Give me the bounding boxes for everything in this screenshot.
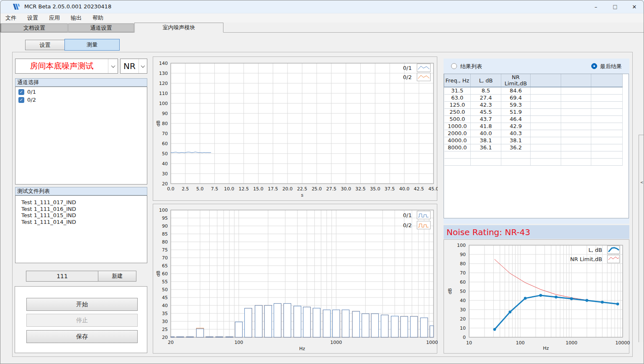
table-row: 250.045.551.9 (444, 108, 623, 115)
legend-entry: 0/2 (403, 73, 431, 81)
svg-text:40: 40 (460, 298, 466, 303)
table-cell: 500.0 (444, 115, 471, 123)
svg-text:20: 20 (162, 181, 168, 187)
line-series-icon (417, 73, 431, 81)
table-row: 125.042.359.3 (444, 101, 623, 108)
svg-text:30.0: 30.0 (341, 186, 351, 192)
svg-text:90: 90 (162, 111, 168, 116)
file-name-input[interactable]: 111 (26, 271, 98, 282)
svg-text:120: 120 (159, 81, 168, 86)
menubar: 文件 设置 应用 输出 帮助 (0, 13, 644, 23)
test-type-combobox[interactable]: 房间本底噪声测试 (15, 59, 118, 74)
svg-text:15.0: 15.0 (253, 186, 264, 192)
table-row: 500.043.746.4 (444, 115, 623, 123)
rating-standard-value: NR (121, 59, 139, 73)
svg-text:40: 40 (162, 161, 168, 167)
legend-entry: 0/1 (403, 64, 431, 72)
noise-rating-banner: Noise Rating: NR-43 (444, 225, 629, 239)
stop-button[interactable]: 停止 (26, 314, 138, 327)
table-cell (531, 115, 561, 123)
close-button[interactable]: ✕ (625, 0, 644, 13)
test-file-item[interactable]: Test 1_111_014_IND (15, 219, 147, 226)
chevron-down-icon[interactable] (139, 59, 147, 73)
rating-standard-combobox[interactable]: NR (120, 59, 147, 74)
svg-text:70: 70 (162, 255, 168, 261)
test-file-item[interactable]: Test 1_111_015_IND (15, 212, 147, 219)
svg-text:25.0: 25.0 (312, 186, 322, 192)
svg-text:30: 30 (162, 319, 168, 324)
subtab-measure[interactable]: 测量 (64, 39, 120, 51)
minimize-button[interactable]: – (586, 0, 606, 13)
last-result-radio-label[interactable]: 最后结果 (600, 63, 622, 70)
chevron-down-icon[interactable] (108, 59, 118, 73)
subtab-settings[interactable]: 设置 (25, 40, 65, 50)
maximize-button[interactable]: □ (606, 0, 625, 13)
svg-text:80: 80 (162, 239, 168, 245)
last-result-radio[interactable] (591, 63, 597, 69)
table-cell: 84.6 (501, 87, 531, 94)
table-cell: 27.4 (471, 94, 501, 101)
channel-row[interactable]: ✓0/1 (18, 89, 147, 95)
new-button[interactable]: 新建 (98, 271, 136, 282)
channel-row[interactable]: ✓0/2 (18, 97, 147, 103)
bar-series-icon (417, 221, 431, 229)
menu-help[interactable]: 帮助 (87, 13, 109, 23)
menu-output[interactable]: 输出 (65, 13, 87, 23)
table-cell (531, 101, 561, 108)
svg-text:30: 30 (162, 171, 168, 177)
table-cell (591, 87, 623, 94)
save-button[interactable]: 保存 (26, 330, 138, 343)
tab-strip-divider (0, 32, 644, 33)
titlebar: MCR Beta 2.05.0.001 20230418 – □ ✕ (0, 0, 644, 13)
legend-label: L, dB (588, 247, 602, 253)
channel-checkbox[interactable]: ✓ (18, 89, 24, 95)
svg-text:55: 55 (162, 279, 168, 285)
svg-text:140: 140 (159, 61, 168, 66)
svg-text:60: 60 (460, 279, 466, 285)
svg-text:27.5: 27.5 (326, 186, 337, 192)
table-cell: 45.5 (471, 108, 501, 115)
menu-settings[interactable]: 设置 (22, 13, 44, 23)
spectrum-chart: 2010010001000020253035404550556065707580… (153, 204, 438, 354)
result-list-radio[interactable] (451, 63, 457, 69)
test-file-item[interactable]: Test 1_111_016_IND (15, 206, 147, 213)
tab-document-settings[interactable]: 文档设置 (1, 23, 68, 32)
tab-indoor-noise-module[interactable]: 室内噪声模块 (134, 23, 223, 33)
table-cell: 8.5 (471, 87, 501, 94)
start-button[interactable]: 开始 (26, 298, 138, 311)
tab-channel-settings[interactable]: 通道设置 (68, 23, 134, 32)
svg-text:80: 80 (162, 121, 168, 126)
svg-text:dB: dB (156, 271, 161, 277)
table-cell: 31.5 (444, 87, 471, 94)
window-title: MCR Beta 2.05.0.001 20230418 (24, 3, 111, 10)
svg-text:17.5: 17.5 (268, 186, 278, 192)
svg-text:20: 20 (168, 340, 174, 345)
table-cell (531, 158, 561, 165)
svg-text:30: 30 (460, 307, 466, 313)
channel-checkbox[interactable]: ✓ (18, 97, 24, 103)
result-list-radio-label[interactable]: 结果列表 (460, 63, 482, 70)
collapse-arrow-icon[interactable]: < (640, 180, 644, 185)
svg-text:22.5: 22.5 (297, 186, 308, 192)
table-cell (444, 151, 471, 158)
channel-label: 0/2 (27, 97, 36, 103)
table-cell (531, 151, 561, 158)
svg-text:12.5: 12.5 (239, 186, 249, 192)
collapse-panel-strip[interactable]: < (639, 135, 644, 342)
thin-line-series-icon (607, 255, 620, 263)
table-row: 2000.040.040.3 (444, 130, 623, 137)
svg-text:100: 100 (159, 101, 168, 106)
table-cell: 250.0 (444, 108, 471, 115)
svg-text:0: 0 (463, 335, 466, 340)
table-cell (591, 115, 623, 123)
menu-application[interactable]: 应用 (44, 13, 65, 23)
table-cell (591, 94, 623, 101)
test-type-value: 房间本底噪声测试 (15, 59, 108, 73)
menu-file[interactable]: 文件 (0, 13, 22, 23)
table-cell (591, 123, 623, 130)
svg-text:10000: 10000 (426, 340, 438, 345)
table-row (444, 151, 623, 158)
svg-text:70: 70 (162, 131, 168, 136)
test-file-item[interactable]: Test 1_111_017_IND (15, 199, 147, 206)
table-cell (591, 144, 623, 151)
